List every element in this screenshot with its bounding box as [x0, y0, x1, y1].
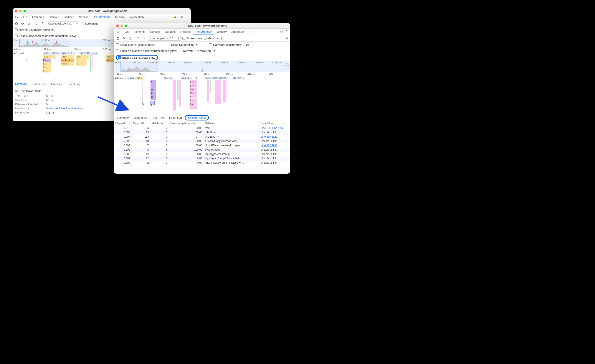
- timeline-overview[interactable]: 96 ms396 ms596 ms796 ms996 ms1196 ms1396…: [114, 61, 290, 72]
- advanced-paint-checkbox[interactable]: Enable advanced paint instrumentation (s…: [116, 49, 177, 53]
- net-pill[interactable]: c: [195, 77, 198, 79]
- disable-js-checkbox[interactable]: Disable JavaScript samples: [15, 28, 54, 31]
- memory-checkbox[interactable]: Memory: [204, 37, 218, 40]
- capture-settings-gear-icon[interactable]: [285, 37, 288, 40]
- tab-network[interactable]: Network: [178, 29, 193, 35]
- flame-block[interactable]: (...: [190, 102, 197, 106]
- more-tabs-icon[interactable]: »: [146, 14, 152, 20]
- record-icon[interactable]: [14, 21, 19, 26]
- hardware-concurrency-checkbox[interactable]: Hardware concurrency: [209, 43, 242, 46]
- cpu-throttle-dropdown[interactable]: No throttling▼: [179, 43, 197, 46]
- flame-block[interactable]: ...: [190, 106, 197, 109]
- tab-summary[interactable]: Summary: [114, 115, 131, 121]
- table-row[interactable]: 0.0021200.00input[type="range" i]:disabl…: [114, 156, 290, 161]
- flame-block[interactable]: b...: [76, 62, 87, 66]
- tab-performance[interactable]: Performance: [92, 14, 113, 20]
- kebab-menu-icon[interactable]: [285, 30, 288, 34]
- load-profile-icon[interactable]: [136, 36, 140, 41]
- zoom-icon[interactable]: [125, 25, 128, 27]
- table-header[interactable]: Elapsed ...: [114, 121, 132, 126]
- tab-sources[interactable]: Sources: [61, 14, 77, 20]
- tab-network[interactable]: Network: [77, 14, 92, 20]
- tab-elements[interactable]: Elements: [131, 29, 148, 35]
- flame-block[interactable]: gJa: [190, 84, 197, 87]
- inspect-icon[interactable]: [13, 14, 21, 20]
- tab-bottom-up[interactable]: Bottom-Up: [30, 81, 49, 87]
- flame-block[interactable]: Task: [106, 55, 115, 59]
- flame-block[interactable]: Ev...: [106, 59, 115, 62]
- tab-summary[interactable]: Summary: [13, 81, 30, 87]
- flame-block[interactable]: [179, 80, 181, 106]
- settings-gear-icon[interactable]: [181, 15, 184, 19]
- kebab-menu-icon[interactable]: [185, 15, 189, 19]
- flame-block[interactable]: (...): [42, 66, 51, 69]
- net-pill[interactable]: e.com: [127, 77, 135, 79]
- stylesheet-link[interactable]: Line 58:39963: [261, 144, 277, 147]
- tab-event-log[interactable]: Event Log: [167, 115, 184, 121]
- tab-event-log[interactable]: Event Log: [65, 81, 83, 87]
- tab-call-tree[interactable]: Call Tree: [49, 81, 65, 87]
- close-icon[interactable]: [15, 10, 17, 12]
- tab-application[interactable]: Application: [229, 29, 248, 35]
- net-pill[interactable]: hpba (www.go...: [211, 77, 229, 79]
- table-header[interactable]: Style Sheet: [260, 121, 290, 126]
- flame-ruler[interactable]: 146 ms196 ms246 ms296 ms346 ms396 ms446 …: [114, 72, 290, 76]
- tab-elements[interactable]: Elements: [30, 14, 46, 20]
- table-header[interactable]: % of slow-path non-m...: [169, 121, 204, 126]
- flame-block[interactable]: sJa: [190, 87, 197, 91]
- net-pill[interactable]: gen_204 (...: [61, 52, 75, 55]
- flame-block[interactable]: m...: [190, 91, 197, 95]
- minimize-icon[interactable]: [19, 10, 22, 12]
- flame-block[interactable]: (...): [190, 80, 197, 84]
- flame-block[interactable]: (...: [190, 98, 197, 102]
- titlebar[interactable]: DevTools - www.google.com/: [13, 8, 191, 14]
- gc-icon[interactable]: [220, 36, 224, 41]
- advanced-paint-checkbox[interactable]: Enable advanced paint instrumentation (s…: [15, 34, 76, 38]
- reload-record-icon[interactable]: [21, 21, 25, 26]
- screenshots-checkbox[interactable]: Screenshot: [81, 22, 99, 25]
- tab-call-tree[interactable]: Call Tree: [150, 115, 167, 121]
- net-pill[interactable]: gen_20...: [181, 77, 192, 79]
- flame-block[interactable]: Pa...L: [42, 59, 51, 62]
- flame-block[interactable]: Eval...ipt: [61, 59, 74, 62]
- load-profile-icon[interactable]: [35, 21, 39, 26]
- hardware-concurrency-input[interactable]: [245, 42, 253, 47]
- tab-console[interactable]: Console: [46, 14, 61, 20]
- flame-block[interactable]: (....): [42, 69, 51, 72]
- table-row[interactable]: 0.0021200.00input[type="search" i]Unable…: [114, 152, 290, 156]
- enable-css-selector-stats-checkbox[interactable]: Enable CSS selector stats: [116, 55, 158, 60]
- tab-sources[interactable]: Sources: [163, 29, 178, 35]
- stylesheet-link[interactable]: Line 1:1: [261, 126, 270, 130]
- table-row[interactable]: 0.005130100.00.gb_Uc aUnable to link: [114, 130, 290, 135]
- net-pill[interactable]: gen: [205, 77, 211, 79]
- close-icon[interactable]: [116, 25, 119, 27]
- save-profile-icon[interactable]: [142, 36, 146, 41]
- settings-gear-icon[interactable]: [280, 30, 283, 34]
- tab-application[interactable]: Application: [128, 14, 146, 20]
- table-row[interactable]: 0.00370100.00.CqmPRe:active .oXqZxc span…: [114, 143, 290, 147]
- table-header[interactable]: Match Co...: [150, 121, 169, 126]
- tab-memory[interactable]: Memory: [113, 14, 128, 20]
- more-tabs-icon[interactable]: »: [248, 29, 254, 35]
- issues-badge[interactable]: 2: [174, 15, 179, 19]
- network-throttle-dropdown[interactable]: No throttling ▼: [195, 49, 215, 53]
- stylesheet-link[interactable]: Line 58:42522: [261, 135, 277, 138]
- flame-chart[interactable]: KJjaFH (...)gJasJam...v...(...(......: [114, 80, 290, 115]
- table-row[interactable]: 0.018620.00:rootLine 1:1 , Line 1:54: [114, 126, 290, 130]
- disable-js-checkbox[interactable]: Disable JavaScript samples: [116, 43, 155, 46]
- recording-selector[interactable]: www.google.com #2▼: [148, 36, 181, 41]
- recording-selector[interactable]: www.google.com #1▼: [47, 21, 79, 26]
- tab-memory[interactable]: Memory: [214, 29, 229, 35]
- flame-block[interactable]: [210, 80, 211, 93]
- flame-block[interactable]: Task: [42, 55, 56, 59]
- flame-block[interactable]: Task: [76, 55, 89, 59]
- table-row[interactable]: 0.0031300.00a:-webkit-any-link:read-writ…: [114, 139, 290, 143]
- net-pill[interactable]: m=...: [136, 77, 143, 79]
- net-pill[interactable]: deskt...: [51, 52, 60, 55]
- flame-block[interactable]: K: [150, 80, 156, 84]
- stylesheet-link[interactable]: Line 1:54: [272, 126, 283, 130]
- reload-record-icon[interactable]: [122, 36, 126, 41]
- tab-console[interactable]: Console: [148, 29, 163, 35]
- inspect-icon[interactable]: [114, 29, 122, 35]
- table-header[interactable]: Match Att...: [132, 121, 150, 126]
